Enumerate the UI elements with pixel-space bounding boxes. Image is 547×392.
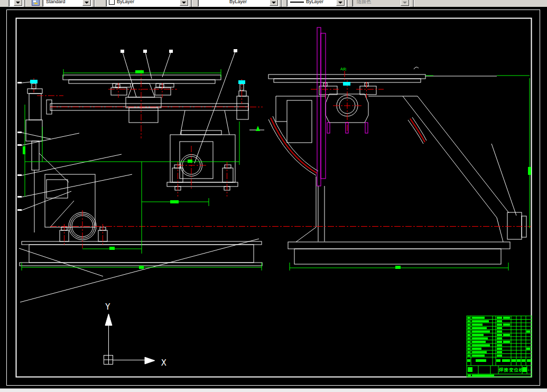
highlighted-plate-magenta bbox=[317, 27, 368, 186]
layers-icon bbox=[32, 0, 40, 6]
dimension-text-blocks bbox=[23, 70, 531, 269]
title-block: 焊接变位机 1:1 bbox=[467, 316, 532, 377]
view-direction-label: A向 bbox=[340, 67, 347, 71]
chevron-down-icon bbox=[401, 0, 409, 6]
right-view-geometry bbox=[249, 67, 526, 264]
cad-application-window: Standard ByLayer ByLayer ByLayer 随颜色 bbox=[0, 0, 547, 392]
color-value: ByLayer bbox=[117, 0, 134, 6]
linetype-combo[interactable]: ByLayer bbox=[198, 0, 279, 7]
linetype-value: ByLayer bbox=[229, 0, 247, 6]
drawing-scale: 1:1 bbox=[528, 368, 532, 371]
text-style-value: Standard bbox=[46, 0, 66, 6]
chevron-down-icon[interactable] bbox=[82, 0, 91, 6]
text-style-combo[interactable]: Standard bbox=[42, 0, 92, 7]
object-properties-toolbar: Standard ByLayer ByLayer ByLayer 随颜色 bbox=[0, 0, 547, 7]
centerlines-red bbox=[34, 70, 531, 248]
toolbar-separator bbox=[94, 0, 95, 7]
chevron-down-icon[interactable] bbox=[14, 0, 22, 6]
lineweight-preview bbox=[290, 2, 304, 3]
arc-slots-red bbox=[271, 118, 425, 173]
toolbar-separator bbox=[191, 0, 192, 7]
chevron-down-icon[interactable] bbox=[180, 0, 188, 6]
ucs-icon: Y X bbox=[104, 302, 167, 368]
partial-combo[interactable] bbox=[8, 0, 23, 7]
chevron-down-icon[interactable] bbox=[336, 0, 345, 6]
drawing-title: 焊接变位机 bbox=[498, 367, 524, 372]
toolbar-separator bbox=[413, 0, 414, 7]
toolbar-separator bbox=[347, 0, 348, 7]
window-bottom-strip bbox=[0, 388, 547, 392]
toolbar-separator bbox=[24, 0, 26, 7]
ucs-y-label: Y bbox=[105, 302, 110, 312]
model-space-canvas[interactable]: A向 Y X bbox=[0, 7, 547, 388]
plotstyle-value: 随颜色 bbox=[357, 0, 371, 6]
lineweight-value: ByLayer bbox=[306, 0, 323, 6]
chevron-down-icon[interactable] bbox=[270, 0, 278, 6]
toolbar-separator bbox=[281, 0, 282, 7]
lineweight-combo[interactable]: ByLayer bbox=[286, 0, 346, 7]
color-swatch bbox=[109, 0, 115, 5]
cad-drawing: A向 Y X bbox=[0, 7, 547, 388]
section-arrow bbox=[256, 126, 260, 131]
plotstyle-combo: 随颜色 bbox=[352, 0, 410, 7]
color-combo[interactable]: ByLayer bbox=[106, 0, 189, 7]
style-manager-button[interactable] bbox=[30, 0, 41, 7]
ucs-x-label: X bbox=[161, 358, 166, 368]
sheet-border bbox=[7, 10, 540, 386]
